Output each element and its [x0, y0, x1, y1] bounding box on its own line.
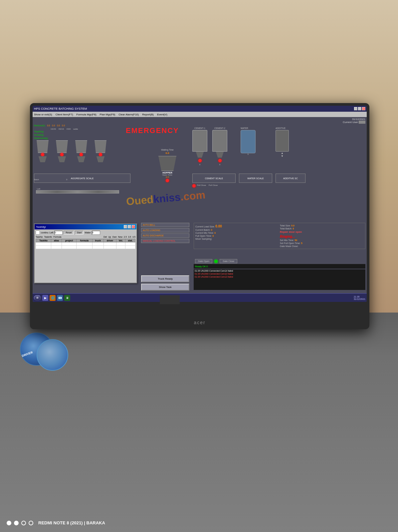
start-button[interactable]: Start: [75, 231, 84, 234]
menu-bar: Show or exit(S) Client Item(F7) Formula …: [33, 112, 367, 117]
date-display: 31/12/2021: [343, 118, 365, 121]
status-panel: Current Load Size: 0.00 Current Batch: 0…: [194, 223, 365, 249]
cement-scale: CEMENT SCALE: [192, 174, 236, 183]
current-load-row: Current Load Size: 0.00: [195, 224, 279, 228]
current-load-value: 0.00: [215, 224, 222, 228]
menu-client[interactable]: Client Item(F7): [56, 113, 73, 116]
ready-bar: Ready OK:0 .: [194, 264, 365, 269]
auto-bell-btn[interactable]: AVTO BELL: [141, 223, 189, 227]
total-batch-value: 0: [293, 227, 294, 230]
log-line-2: 01:35 UN1900 Connected Com10 failed: [194, 272, 365, 275]
conveyor-belt: Left: [36, 190, 119, 194]
set-mix-value: 50: [295, 239, 297, 241]
continu-checkbox[interactable]: [36, 230, 40, 235]
taskbar-icons: ▶ 🌐 📧 🖥: [42, 295, 70, 301]
menu-show[interactable]: Show or exit(S): [34, 113, 52, 116]
current-mix-row: Current Mix Time: 0: [195, 232, 279, 234]
water-input[interactable]: [92, 231, 100, 235]
task-mgr-minimize[interactable]: _: [124, 225, 127, 228]
left-input[interactable]: [54, 231, 63, 235]
menu-formula[interactable]: Formula Mgr(F8): [77, 113, 97, 116]
task-manager-window: TaskMgr _ □ × continu Left: [34, 223, 137, 283]
top-right-info: 31/12/2021 Current User:: [343, 118, 365, 124]
show-task-btn[interactable]: Show Task: [141, 284, 189, 291]
monitor-brand: acer: [194, 320, 205, 325]
manual-loading-btn[interactable]: MANUAL LOADING CONTROL: [141, 239, 189, 243]
taskbar: ⊞ ▶ 🌐 📧 🖥 21:35 31/12/2021: [33, 293, 367, 302]
col-taskno: TaskNo: [36, 239, 51, 242]
col-driver: driver: [104, 239, 116, 242]
open-time-value: 0.0: [154, 176, 181, 178]
gate-open-btn[interactable]: Gate Open: [195, 259, 212, 263]
bin-4: [92, 140, 109, 163]
set-mix-row: Set Mix Time: 50: [280, 239, 364, 241]
current-mix-value: 0: [214, 232, 216, 234]
task-mgr-title-bar: TaskMgr _ □ ×: [35, 224, 136, 229]
status-left: Current Load Size: 0.00 Current Batch: 0…: [195, 224, 279, 247]
set-full-open-row: Set Full Open Time: 5: [280, 242, 364, 244]
monitor-stand: [160, 295, 180, 305]
task-mgr-title-text: TaskMgr: [36, 225, 46, 228]
current-batch-row: Current Batch: 0: [195, 229, 279, 231]
aggregate-bins: [34, 140, 109, 163]
close-btn[interactable]: ×: [362, 107, 365, 110]
auto-discharge-btn[interactable]: AUTO DISCHARGE: [141, 233, 189, 238]
monitor-base: [140, 304, 200, 309]
repair-door-text: Repair door open: [280, 230, 302, 233]
task-table: TaskNo alias project formula truck drive…: [36, 239, 135, 249]
taskbar-icon-3[interactable]: 📧: [57, 295, 63, 301]
water-label: Water: [85, 231, 91, 234]
water-scale: WATER SCALE: [239, 174, 272, 183]
dots-row: [7, 521, 33, 525]
gate-close-btn[interactable]: Gate Close: [220, 259, 237, 263]
cement-1-silo: CEMENT-1 0: [192, 127, 207, 166]
truck-ready-btn[interactable]: Truck Ready: [141, 275, 189, 282]
gate-area: Gate Open Gate Close: [194, 258, 365, 264]
col-project: project: [62, 239, 77, 242]
status-right: Total Size: 0.0 Total Batch: 0 Repair do…: [280, 224, 364, 247]
total-size-value: 0.0: [291, 224, 295, 227]
table-row-empty: [36, 242, 135, 246]
cement-2-silo: CEMENT-2 0: [212, 127, 227, 166]
task-mgr-close[interactable]: ×: [132, 225, 135, 228]
task-mgr-body: continu Left Reset Start Water TaskNo Ta…: [35, 229, 136, 250]
left-label: Left: [37, 188, 40, 190]
current-user: Current User:: [343, 121, 365, 124]
additive-container: ADDITIVE ▲ ▼: [276, 127, 289, 158]
hopper-label: HOPPER: [154, 172, 181, 174]
hopper-area: Waiting Time 0.0 HOPPER Open Time: 0.0: [154, 149, 181, 183]
task-mgr-maximize[interactable]: □: [128, 225, 131, 228]
moisture-label: Moisture(K) 0.0 0.0 0.0 0.0: [34, 124, 78, 127]
taskbar-icon-2[interactable]: 🌐: [50, 295, 56, 301]
auto-buttons: AVTO BELL AUTO LOADING AUTO DISCHARGE MA…: [141, 223, 189, 244]
menu-alarm[interactable]: Clear Alarm(F10): [118, 113, 139, 116]
auto-loading-btn[interactable]: AUTO LOADING: [141, 228, 189, 232]
taskbar-icon-4[interactable]: 🖥: [64, 295, 70, 301]
taskbar-icon-1[interactable]: ▶: [42, 295, 48, 301]
full-open-row: Full Open Time: 0: [195, 235, 279, 237]
menu-event[interactable]: Event(V): [157, 113, 167, 116]
menu-plan[interactable]: Plan Mgr(F9): [100, 113, 115, 116]
additive-scale: ADDITIVE SC: [276, 174, 305, 183]
sub-labels: 1S/2S 0S/1S 0S/0 sable: [34, 128, 78, 130]
additive-down[interactable]: ▼: [276, 155, 289, 158]
full-open-value: 0: [212, 235, 214, 237]
col-truck: truck: [92, 239, 103, 242]
menu-report[interactable]: Report(B): [142, 113, 154, 116]
minimize-btn[interactable]: _: [354, 107, 357, 110]
gate-mask-row: Gate Mask Close:: [280, 245, 364, 247]
water-tank: WATER 0: [241, 127, 256, 155]
dot-1: [7, 521, 11, 525]
additive-up[interactable]: ▲: [276, 152, 289, 155]
total-batch-row: Total Batch: 0: [280, 227, 364, 230]
log-line-1: 01:35 UN1900 Connected Com14 failed: [194, 269, 365, 272]
bin-3: [73, 140, 90, 163]
left-label: Left: [50, 231, 54, 234]
continu-label: continu: [41, 231, 49, 234]
start-menu-btn[interactable]: ⊞: [34, 295, 41, 300]
repair-door-row: Repair door open: [280, 230, 364, 233]
gate-open-indicator: [214, 260, 218, 263]
target-label: Target(kg): [34, 130, 78, 133]
maximize-btn[interactable]: □: [358, 107, 361, 110]
reset-button[interactable]: Reset: [64, 231, 74, 234]
